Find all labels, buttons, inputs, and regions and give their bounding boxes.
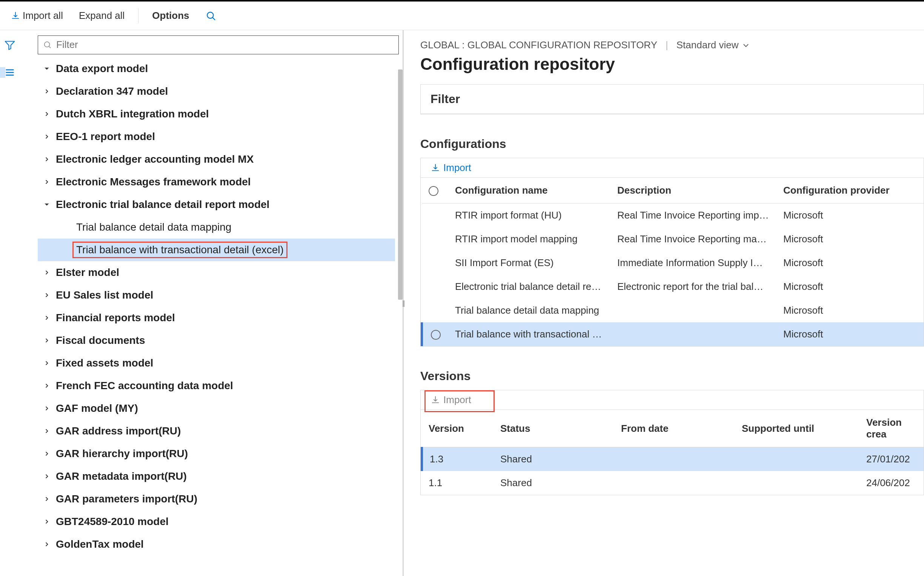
caret-right-icon[interactable] (40, 89, 54, 94)
splitter-handle[interactable]: || (402, 299, 404, 307)
col-supported-until[interactable]: Supported until (735, 410, 860, 447)
configurations-card: Configurations Import (420, 126, 924, 347)
tree-node[interactable]: Fiscal documents (38, 329, 395, 352)
row-select[interactable] (422, 251, 448, 275)
tree-node[interactable]: GoldenTax model (38, 533, 395, 555)
col-status[interactable]: Status (493, 410, 614, 447)
col-configuration-name[interactable]: Configuration name (448, 178, 610, 203)
caret-right-icon[interactable] (40, 157, 54, 162)
tree-node[interactable]: GAR metadata import(RU) (38, 465, 395, 488)
caret-right-icon[interactable] (40, 429, 54, 434)
tree-node-label: Financial reports model (54, 311, 177, 325)
col-version-created[interactable]: Version crea (860, 410, 924, 447)
tree-node[interactable]: GAF model (MY) (38, 397, 395, 420)
rail-tree-button[interactable] (0, 64, 20, 81)
tree-node[interactable]: EU Sales list model (38, 284, 395, 307)
caret-right-icon[interactable] (40, 111, 54, 117)
view-selector[interactable]: Standard view (677, 39, 749, 51)
tree-node-label: GAF model (MY) (54, 402, 140, 415)
tree-node[interactable]: GBT24589-2010 model (38, 510, 395, 533)
expand-all-button[interactable]: Expand all (75, 8, 128, 24)
caret-right-icon[interactable] (40, 179, 54, 185)
table-row[interactable]: SII Import Format (ES)Immediate Informat… (422, 251, 924, 275)
tree-node[interactable]: GAR hierarchy import(RU) (38, 442, 395, 465)
cell-desc: Real Time Invoice Reporting imp… (610, 203, 777, 227)
options-button[interactable]: Options (148, 8, 193, 24)
tree-node-label: GAR parameters import(RU) (54, 492, 199, 506)
caret-right-icon[interactable] (40, 542, 54, 547)
caret-right-icon[interactable] (40, 474, 54, 479)
caret-right-icon[interactable] (40, 451, 54, 456)
tree-node[interactable]: GAR address import(RU) (38, 420, 395, 442)
tree-node[interactable]: Trial balance detail data mapping (38, 216, 395, 238)
rail-filter-button[interactable] (0, 37, 20, 54)
tree-node[interactable]: Fixed assets model (38, 352, 395, 374)
caret-right-icon[interactable] (40, 519, 54, 524)
configurations-header: Configurations (420, 126, 924, 158)
caret-right-icon[interactable] (40, 315, 54, 320)
tree-node[interactable]: Declaration 347 model (38, 80, 395, 103)
caret-right-icon[interactable] (40, 406, 54, 411)
row-select[interactable] (422, 227, 448, 251)
caret-down-icon[interactable] (40, 66, 54, 71)
tree-node-label: Electronic ledger accounting model MX (54, 152, 256, 166)
caret-right-icon[interactable] (40, 134, 54, 139)
tree-node-label: GoldenTax model (54, 538, 146, 551)
import-all-label: Import all (22, 10, 63, 21)
tree-node[interactable]: Elster model (38, 261, 395, 284)
cell-from-date (614, 447, 735, 472)
caret-right-icon[interactable] (40, 360, 54, 366)
col-description[interactable]: Description (610, 178, 777, 203)
table-row[interactable]: RTIR import model mappingReal Time Invoi… (422, 227, 924, 251)
row-select[interactable] (422, 322, 448, 346)
table-row[interactable]: Trial balance detail data mappingMicroso… (422, 299, 924, 322)
scrollbar-thumb[interactable] (398, 69, 402, 300)
cell-created: 27/01/202 (860, 447, 924, 472)
tree[interactable]: Data export modelDeclaration 347 modelDu… (38, 58, 399, 576)
tree-filter-box[interactable] (38, 35, 399, 54)
tree-node[interactable]: Trial balance with transactional detail … (38, 238, 395, 261)
select-all-header[interactable] (422, 178, 448, 203)
radio-icon[interactable] (431, 330, 441, 340)
table-row[interactable]: RTIR import format (HU)Real Time Invoice… (422, 203, 924, 227)
caret-right-icon[interactable] (40, 383, 54, 389)
table-row[interactable]: Trial balance with transactional …Micros… (422, 322, 924, 346)
toolbar-search-button[interactable] (201, 9, 220, 23)
tree-node[interactable]: Electronic Messages framework model (38, 171, 395, 193)
cell-provider: Microsoft (777, 203, 924, 227)
col-provider[interactable]: Configuration provider (777, 178, 924, 203)
tree-node[interactable]: Financial reports model (38, 307, 395, 329)
tree-node[interactable]: Electronic ledger accounting model MX (38, 148, 395, 171)
tree-node[interactable]: Data export model (38, 58, 395, 80)
cell-provider: Microsoft (777, 251, 924, 275)
cell-name: RTIR import format (HU) (448, 203, 610, 227)
table-row[interactable]: 1.1Shared24/06/202 (422, 471, 924, 495)
cell-from-date (614, 471, 735, 495)
filter-card-header[interactable]: Filter (421, 85, 924, 114)
cell-version: 1.3 (422, 447, 493, 472)
table-row[interactable]: 1.3Shared27/01/202 (422, 447, 924, 472)
row-select[interactable] (422, 203, 448, 227)
tree-node-label: Declaration 347 model (54, 85, 170, 98)
breadcrumb: GLOBAL : GLOBAL CONFIGURATION REPOSITORY… (420, 39, 924, 51)
caret-right-icon[interactable] (40, 270, 54, 275)
tree-node[interactable]: French FEC accounting data model (38, 374, 395, 397)
configurations-import-button[interactable]: Import (431, 162, 471, 174)
tree-node-label: Trial balance with transactional detail … (74, 243, 286, 257)
tree-filter-input[interactable] (56, 38, 393, 51)
col-from-date[interactable]: From date (614, 410, 735, 447)
tree-node[interactable]: GAR parameters import(RU) (38, 488, 395, 510)
tree-node[interactable]: Dutch XBRL integration model (38, 103, 395, 125)
caret-right-icon[interactable] (40, 496, 54, 502)
col-version[interactable]: Version (422, 410, 493, 447)
caret-right-icon[interactable] (40, 338, 54, 343)
row-select[interactable] (422, 275, 448, 299)
versions-import-button[interactable]: Import (431, 394, 471, 406)
table-row[interactable]: Electronic trial balance detail re…Elect… (422, 275, 924, 299)
tree-node[interactable]: EEO-1 report model (38, 125, 395, 148)
caret-down-icon[interactable] (40, 202, 54, 207)
import-all-button[interactable]: Import all (8, 8, 67, 24)
tree-node[interactable]: Electronic trial balance detail report m… (38, 193, 395, 216)
caret-right-icon[interactable] (40, 293, 54, 298)
row-select[interactable] (422, 299, 448, 322)
